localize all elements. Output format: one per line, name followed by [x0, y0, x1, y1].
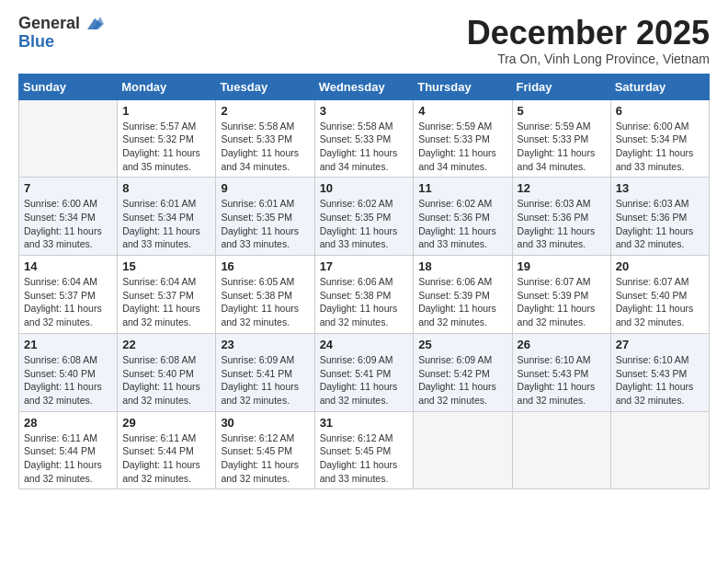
- day-detail: Sunrise: 6:00 AMSunset: 5:34 PMDaylight:…: [616, 120, 704, 174]
- day-number: 6: [616, 104, 704, 118]
- day-number: 16: [221, 259, 309, 273]
- day-detail: Sunrise: 6:09 AMSunset: 5:41 PMDaylight:…: [221, 353, 309, 408]
- day-detail: Sunrise: 6:04 AMSunset: 5:37 PMDaylight:…: [24, 275, 112, 329]
- calendar-day-cell: 10Sunrise: 6:02 AMSunset: 5:35 PMDayligh…: [314, 178, 414, 256]
- day-number: 15: [122, 259, 210, 273]
- calendar-day-cell: [19, 99, 118, 178]
- calendar-day-cell: 16Sunrise: 6:05 AMSunset: 5:38 PMDayligh…: [216, 256, 314, 334]
- day-number: 17: [320, 259, 409, 273]
- sunrise-text: Sunrise: 6:09 AM: [320, 353, 409, 367]
- calendar-day-cell: 21Sunrise: 6:08 AMSunset: 5:40 PMDayligh…: [19, 333, 118, 411]
- sunrise-text: Sunrise: 6:03 AM: [518, 197, 606, 211]
- day-detail: Sunrise: 6:07 AMSunset: 5:39 PMDaylight:…: [518, 275, 606, 329]
- sunset-text: Sunset: 5:36 PM: [518, 211, 606, 224]
- day-detail: Sunrise: 6:09 AMSunset: 5:41 PMDaylight:…: [320, 353, 409, 408]
- calendar-day-cell: 15Sunrise: 6:04 AMSunset: 5:37 PMDayligh…: [118, 256, 216, 334]
- sunset-text: Sunset: 5:41 PM: [221, 367, 309, 381]
- day-detail: Sunrise: 6:08 AMSunset: 5:40 PMDaylight:…: [24, 353, 112, 408]
- sunset-text: Sunset: 5:38 PM: [221, 289, 309, 303]
- calendar-day-cell: 17Sunrise: 6:06 AMSunset: 5:38 PMDayligh…: [314, 256, 414, 334]
- calendar-day-cell: 30Sunrise: 6:12 AMSunset: 5:45 PMDayligh…: [216, 411, 314, 489]
- sunset-text: Sunset: 5:33 PM: [320, 132, 409, 146]
- day-detail: Sunrise: 6:11 AMSunset: 5:44 PMDaylight:…: [122, 431, 210, 486]
- sunset-text: Sunset: 5:35 PM: [320, 211, 409, 224]
- daylight-text-line1: Daylight: 11 hours: [616, 146, 704, 160]
- day-number: 29: [122, 416, 210, 430]
- weekday-header-monday: Monday: [118, 74, 216, 99]
- daylight-text-line2: and 32 minutes.: [122, 316, 210, 329]
- day-detail: Sunrise: 6:12 AMSunset: 5:45 PMDaylight:…: [221, 431, 309, 486]
- day-detail: Sunrise: 6:01 AMSunset: 5:34 PMDaylight:…: [122, 197, 210, 251]
- day-number: 18: [418, 259, 506, 273]
- day-number: 13: [616, 181, 704, 195]
- day-detail: Sunrise: 6:02 AMSunset: 5:36 PMDaylight:…: [418, 197, 506, 251]
- day-number: 1: [122, 104, 210, 118]
- day-detail: Sunrise: 6:02 AMSunset: 5:35 PMDaylight:…: [320, 197, 409, 251]
- title-block: December 2025 Tra On, Vinh Long Province…: [467, 15, 710, 66]
- daylight-text-line2: and 35 minutes.: [122, 160, 210, 174]
- sunset-text: Sunset: 5:34 PM: [122, 211, 210, 224]
- daylight-text-line2: and 32 minutes.: [221, 472, 309, 486]
- calendar-table: SundayMondayTuesdayWednesdayThursdayFrid…: [18, 74, 710, 490]
- calendar-day-cell: 14Sunrise: 6:04 AMSunset: 5:37 PMDayligh…: [19, 256, 118, 334]
- weekday-header-sunday: Sunday: [19, 74, 118, 99]
- sunrise-text: Sunrise: 6:08 AM: [122, 353, 210, 367]
- daylight-text-line1: Daylight: 11 hours: [320, 146, 409, 160]
- sunset-text: Sunset: 5:37 PM: [122, 289, 210, 303]
- daylight-text-line2: and 32 minutes.: [24, 316, 112, 329]
- daylight-text-line2: and 33 minutes.: [418, 237, 506, 251]
- daylight-text-line2: and 33 minutes.: [518, 237, 606, 251]
- daylight-text-line1: Daylight: 11 hours: [24, 380, 112, 394]
- sunrise-text: Sunrise: 6:04 AM: [122, 275, 210, 289]
- calendar-day-cell: 7Sunrise: 6:00 AMSunset: 5:34 PMDaylight…: [19, 178, 118, 256]
- day-number: 12: [518, 181, 606, 195]
- sunrise-text: Sunrise: 6:05 AM: [221, 275, 309, 289]
- daylight-text-line1: Daylight: 11 hours: [122, 146, 210, 160]
- calendar-day-cell: 19Sunrise: 6:07 AMSunset: 5:39 PMDayligh…: [512, 256, 610, 334]
- sunset-text: Sunset: 5:34 PM: [24, 211, 112, 224]
- sunrise-text: Sunrise: 6:06 AM: [320, 275, 409, 289]
- day-number: 22: [122, 338, 210, 351]
- daylight-text-line2: and 33 minutes.: [24, 237, 112, 251]
- day-number: 10: [320, 181, 409, 195]
- daylight-text-line1: Daylight: 11 hours: [221, 146, 309, 160]
- day-number: 5: [518, 104, 606, 118]
- sunset-text: Sunset: 5:36 PM: [418, 211, 506, 224]
- sunset-text: Sunset: 5:37 PM: [24, 289, 112, 303]
- day-number: 19: [518, 259, 606, 273]
- daylight-text-line2: and 33 minutes.: [320, 472, 409, 486]
- weekday-header-friday: Friday: [512, 74, 610, 99]
- day-detail: Sunrise: 6:07 AMSunset: 5:40 PMDaylight:…: [616, 275, 704, 329]
- location-text: Tra On, Vinh Long Province, Vietnam: [467, 52, 710, 66]
- sunrise-text: Sunrise: 6:07 AM: [518, 275, 606, 289]
- sunset-text: Sunset: 5:39 PM: [418, 289, 506, 303]
- sunset-text: Sunset: 5:44 PM: [122, 444, 210, 458]
- sunset-text: Sunset: 5:34 PM: [616, 132, 704, 146]
- day-number: 21: [24, 338, 112, 351]
- daylight-text-line2: and 32 minutes.: [24, 394, 112, 408]
- sunset-text: Sunset: 5:43 PM: [616, 367, 704, 381]
- daylight-text-line2: and 32 minutes.: [24, 472, 112, 486]
- day-number: 25: [418, 338, 506, 351]
- daylight-text-line2: and 33 minutes.: [221, 237, 309, 251]
- daylight-text-line1: Daylight: 11 hours: [221, 458, 309, 472]
- calendar-day-cell: 8Sunrise: 6:01 AMSunset: 5:34 PMDaylight…: [118, 178, 216, 256]
- calendar-week-row: 21Sunrise: 6:08 AMSunset: 5:40 PMDayligh…: [19, 333, 710, 411]
- sunrise-text: Sunrise: 6:04 AM: [24, 275, 112, 289]
- day-detail: Sunrise: 6:11 AMSunset: 5:44 PMDaylight:…: [24, 431, 112, 486]
- page-header: General Blue December 2025 Tra On, Vinh …: [18, 15, 710, 66]
- day-detail: Sunrise: 6:06 AMSunset: 5:38 PMDaylight:…: [320, 275, 409, 329]
- day-number: 20: [616, 259, 704, 273]
- calendar-day-cell: 1Sunrise: 5:57 AMSunset: 5:32 PMDaylight…: [118, 99, 216, 178]
- sunrise-text: Sunrise: 6:07 AM: [616, 275, 704, 289]
- sunrise-text: Sunrise: 6:10 AM: [518, 353, 606, 367]
- daylight-text-line2: and 33 minutes.: [320, 237, 409, 251]
- daylight-text-line1: Daylight: 11 hours: [418, 380, 506, 394]
- day-detail: Sunrise: 6:08 AMSunset: 5:40 PMDaylight:…: [122, 353, 210, 408]
- day-detail: Sunrise: 6:03 AMSunset: 5:36 PMDaylight:…: [518, 197, 606, 251]
- sunset-text: Sunset: 5:39 PM: [518, 289, 606, 303]
- daylight-text-line2: and 32 minutes.: [320, 316, 409, 329]
- sunset-text: Sunset: 5:32 PM: [122, 132, 210, 146]
- sunset-text: Sunset: 5:40 PM: [24, 367, 112, 381]
- sunset-text: Sunset: 5:42 PM: [418, 367, 506, 381]
